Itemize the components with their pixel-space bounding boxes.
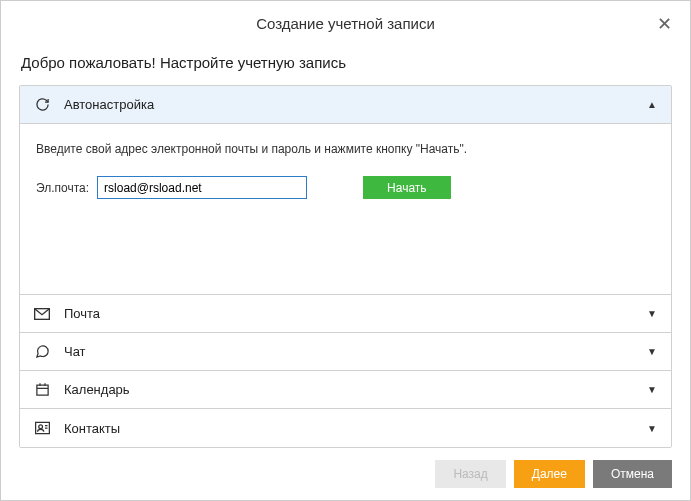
cancel-button[interactable]: Отмена — [593, 460, 672, 488]
section-label: Чат — [64, 344, 647, 359]
instruction-text: Введите свой адрес электронной почты и п… — [36, 142, 655, 156]
section-label: Контакты — [64, 421, 647, 436]
back-button: Назад — [435, 460, 505, 488]
envelope-icon — [32, 308, 52, 320]
chevron-down-icon: ▼ — [647, 423, 657, 434]
email-label: Эл.почта: — [36, 181, 89, 195]
welcome-text: Добро пожаловать! Настройте учетную запи… — [21, 54, 672, 71]
chat-icon — [32, 344, 52, 359]
start-button[interactable]: Начать — [363, 176, 451, 199]
dialog-title: Создание учетной записи — [256, 15, 435, 32]
accordion: Автонастройка ▲ Введите свой адрес элект… — [19, 85, 672, 448]
section-label: Календарь — [64, 382, 647, 397]
section-mail-header[interactable]: Почта ▼ — [20, 295, 671, 333]
section-autosetup-header[interactable]: Автонастройка ▲ — [20, 86, 671, 124]
email-input[interactable] — [97, 176, 307, 199]
close-button[interactable]: ✕ — [657, 15, 672, 33]
section-contacts-header[interactable]: Контакты ▼ — [20, 409, 671, 447]
email-row: Эл.почта: Начать — [36, 176, 655, 199]
chevron-down-icon: ▼ — [647, 308, 657, 319]
section-autosetup-body: Введите свой адрес электронной почты и п… — [20, 124, 671, 295]
chevron-down-icon: ▼ — [647, 346, 657, 357]
contacts-icon — [32, 421, 52, 435]
section-label: Автонастройка — [64, 97, 647, 112]
dialog-header: Создание учетной записи ✕ — [19, 15, 672, 42]
chevron-up-icon: ▲ — [647, 99, 657, 110]
chevron-down-icon: ▼ — [647, 384, 657, 395]
next-button[interactable]: Далее — [514, 460, 585, 488]
svg-rect-1 — [36, 385, 47, 395]
account-setup-dialog: Создание учетной записи ✕ Добро пожалова… — [0, 0, 691, 501]
section-chat-header[interactable]: Чат ▼ — [20, 333, 671, 371]
close-icon: ✕ — [657, 14, 672, 34]
calendar-icon — [32, 382, 52, 397]
section-calendar-header[interactable]: Календарь ▼ — [20, 371, 671, 409]
refresh-icon — [32, 97, 52, 112]
section-label: Почта — [64, 306, 647, 321]
dialog-footer: Назад Далее Отмена — [19, 448, 672, 488]
svg-point-6 — [38, 425, 42, 429]
